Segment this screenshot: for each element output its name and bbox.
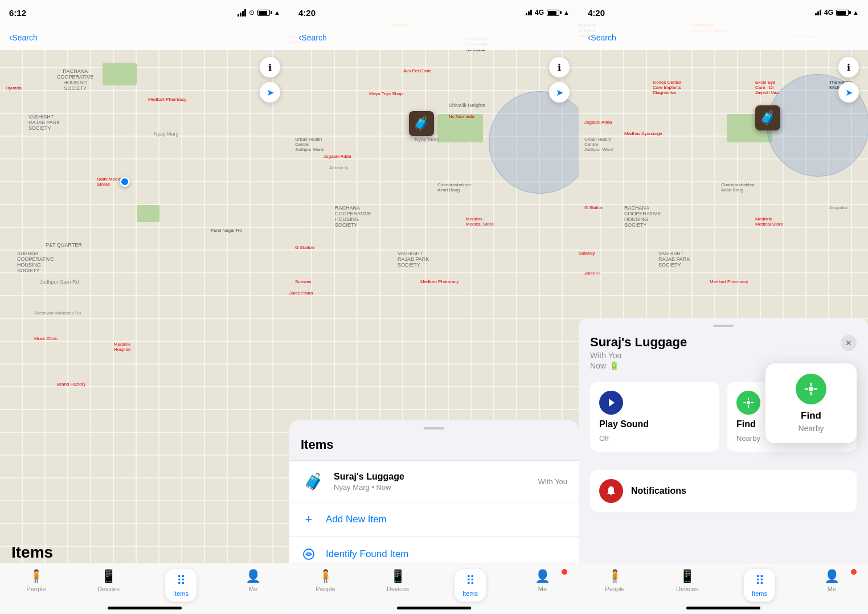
status-icons-2: 4G ▲ [526,9,570,17]
sheet-title-2: Items [289,437,579,460]
nav-items-3[interactable]: ⠿ Items [723,569,796,601]
map-poi-jugaadi: Jugaadi Adda [324,154,351,159]
battery-icon-1 [257,10,270,16]
info-btn-2[interactable]: ℹ [549,57,570,77]
map-label-subhda: SUBHDACOOPERATIVEHOUSINGSOCIETY [17,251,54,273]
nav-items-1[interactable]: ⠿ Items [145,569,217,601]
search-bar-3[interactable]: ‹ Search [579,25,868,50]
map-label-bileshwar: Bileshwar Mahadev Rd [34,310,81,316]
notif-bell-icon [599,479,623,503]
find-nearby-title: Find [736,419,756,429]
nav-people-3[interactable]: 🧍 People [579,569,651,592]
info-btn-1[interactable]: ℹ [260,57,280,77]
battery-icon-2 [547,10,559,16]
notif-label: Notifications [631,486,686,496]
nav-items-2[interactable]: ⠿ Items [434,569,506,601]
nav-people-icon-3: 🧍 [607,569,623,584]
svg-point-0 [304,549,314,559]
luggage-marker-2: 🧳 [409,111,434,136]
4g-label-2: 4G [535,9,544,17]
location-btn-1[interactable]: ➤ [260,82,280,103]
nav-items-icon-3: ⠿ [755,574,764,588]
nav-me-2[interactable]: 👤 Me [506,569,579,592]
play-sound-sub: Off [599,434,609,443]
notifications-btn[interactable]: Notifications [590,470,857,512]
item-info: Suraj's Luggage Nyay Marg • Now [334,472,530,492]
sheet-handle-3 [713,325,734,327]
nav-people-icon-2: 🧍 [318,569,333,584]
item-subtitle: Nyay Marg • Now [334,483,530,492]
nav-devices-icon-2: 📱 [390,569,406,584]
nav-devices-1[interactable]: 📱 Devices [72,569,145,592]
map-label-vashisht: VASHISHTRAJAB PARKSOCIETY [28,114,60,131]
sheet-handle-2 [424,427,444,429]
nav-me-badge-3 [851,569,857,575]
map-label-nyaymarg-2: Nyay Marg [415,137,440,142]
item-row-luggage[interactable]: 🧳 Suraj's Luggage Nyay Marg • Now With Y… [289,460,579,502]
status-time-2: 4:20 [298,8,316,18]
map-label-urban: Urban HealthCentreJodhpur Ward [295,137,324,152]
nav-devices-label-2: Devices [387,586,409,592]
add-new-label: Add New Item [326,514,387,525]
nav-items-icon-2: ⠿ [466,574,475,588]
phone-1: RACHANACOOPERATIVEHOUSINGSOCIETY VASHISH… [0,0,289,614]
map-poi-madhav-3: Madhav Ayursurge [624,131,662,136]
nav-me-label-1: Me [249,586,257,592]
map-label-nyay: Nyay Marg [154,131,179,137]
map-poi-subway-3: Subway [579,251,595,256]
status-icons-1: ⊙ ▲ [238,9,280,17]
nav-people-2[interactable]: 🧍 People [289,569,362,592]
status-bar-3: 4:20 4G ▲ [579,0,868,25]
search-back-label-2[interactable]: Search [301,33,326,42]
nav-people-1[interactable]: 🧍 People [0,569,72,592]
map-label-vashisht-2: VASHISHTRAJAB PARKSOCIETY [398,251,429,268]
nav-items-label-3: Items [752,590,767,597]
map-label-vashisht-3: VASHISHTRAJAB PARKSOCIETY [658,251,690,268]
map-controls-2: ℹ ➤ [549,57,570,103]
search-bar-2[interactable]: ‹ Search [289,25,579,50]
map-label-shivalik: Shivalik Heights [449,103,485,108]
nav-me-3[interactable]: 👤 Me [796,569,868,592]
play-sound-title: Play Sound [599,419,649,429]
find-nearby-popup-icon [796,374,826,404]
nav-devices-2[interactable]: 📱 Devices [362,569,434,592]
play-sound-btn[interactable]: Play Sound Off [590,382,719,452]
nav-me-icon-3: 👤 [824,569,840,584]
map-poi-subway: Subway [295,279,311,284]
add-new-item-btn[interactable]: + Add New Item [289,502,579,537]
signal-icon-3 [815,10,821,15]
sheet-actions: + Add New Item Identify Found Item [289,502,579,571]
detail-with-you: With You [590,351,687,360]
location-arrow-1: ▲ [274,9,280,16]
map-controls-3: ℹ ➤ [838,57,859,103]
location-btn-3[interactable]: ➤ [838,82,859,103]
map-poi-juice: Juice Pitara [289,290,313,296]
phone-2: Sweets KamdhenuAyurvedic Stores Avs Pet … [289,0,579,614]
signal-icon-2 [526,10,532,15]
info-btn-3[interactable]: ℹ [838,57,859,77]
park-patch [103,63,137,85]
nav-me-label-3: Me [828,586,836,592]
identify-icon [301,546,317,562]
search-bar-1[interactable]: ‹ Search [0,25,289,50]
find-nearby-sub: Nearby [736,434,760,443]
nav-me-1[interactable]: 👤 Me [217,569,289,592]
nav-items-label-2: Items [462,590,478,597]
phone-3: Indian Inof ManaAhmed KamdhenuAyurvedic … [579,0,868,614]
location-ring-2 [489,91,579,194]
location-dot [120,177,130,187]
nav-people-icon-1: 🧍 [28,569,44,584]
map-poi-naramada: Nc Narmada [449,114,474,119]
nav-devices-3[interactable]: 📱 Devices [651,569,723,592]
find-nearby-icon-btn [736,391,760,415]
close-button[interactable]: ✕ [841,335,857,351]
status-time-1: 6:12 [9,8,26,18]
location-btn-2[interactable]: ➤ [549,82,570,103]
search-back-label-1[interactable]: Search [12,33,37,42]
map-label-chandrasekhar-3: ChandrashekharAzad Baug [721,182,755,193]
search-back-label-3[interactable]: Search [591,33,616,42]
map-poi-medkart: Medkart Pharmacy [148,97,186,102]
find-nearby-popup[interactable]: Find Nearby [765,363,857,443]
status-time-3: 4:20 [588,8,605,18]
map-poi-avs: Avs Pet Clinic [403,68,431,73]
